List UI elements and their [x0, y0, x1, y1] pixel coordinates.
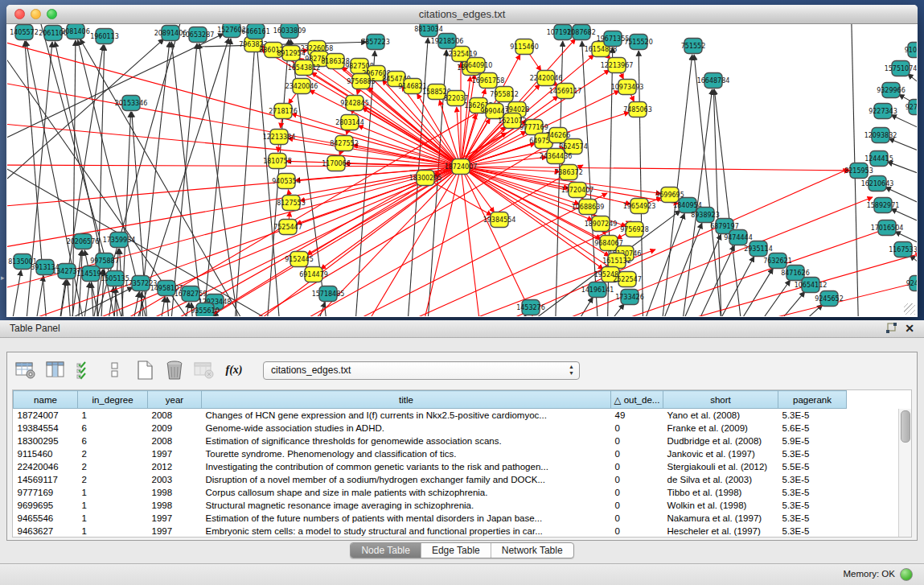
table-cell[interactable]: 14569117	[14, 473, 78, 486]
table-row[interactable]: 977716911998Corpus callosum shape and si…	[14, 486, 847, 499]
function-builder-button[interactable]: f(x)	[224, 360, 244, 381]
graph-node[interactable]: 19654923	[623, 199, 656, 214]
table-cell[interactable]: 0	[611, 512, 663, 525]
table-cell[interactable]: Estimation of significance thresholds fo…	[202, 435, 611, 447]
tab-edge-table[interactable]: Edge Table	[421, 543, 491, 558]
table-cell[interactable]: Estimation of the future numbers of pati…	[202, 512, 611, 525]
graph-node[interactable]: 10688639	[572, 200, 605, 215]
graph-node[interactable]: 15751074	[885, 61, 917, 76]
table-row[interactable]: 946362711997Embryonic stem cells: a mode…	[14, 525, 847, 538]
table-cell[interactable]: 6	[78, 422, 148, 435]
delete-column-button[interactable]	[164, 360, 185, 381]
resize-grip-icon[interactable]	[904, 303, 915, 315]
graph-node[interactable]: 15718485	[312, 286, 345, 302]
table-cell[interactable]: Disruption of a novel member of a sodium…	[202, 473, 611, 486]
graph-node[interactable]: 14196141	[581, 282, 614, 298]
table-cell[interactable]: 5.3E-5	[778, 499, 847, 512]
table-cell[interactable]: 1	[78, 409, 148, 422]
table-cell[interactable]: 2012	[148, 460, 202, 473]
column-header-pagerank[interactable]: pagerank	[778, 391, 847, 409]
table-cell[interactable]: Dudbridge et al. (2008)	[663, 435, 778, 447]
table-cell[interactable]: Tibbo et al. (1998)	[663, 486, 778, 499]
table-cell[interactable]: 0	[611, 447, 663, 460]
table-row[interactable]: 1830029562008Estimation of significance …	[14, 435, 847, 447]
scrollbar-thumb[interactable]	[901, 410, 910, 443]
table-cell[interactable]: 5.3E-5	[778, 525, 847, 538]
table-cell[interactable]: 1	[78, 499, 148, 512]
table-cell[interactable]: 9115460	[14, 447, 78, 460]
table-cell[interactable]: 0	[611, 460, 663, 473]
graph-node[interactable]: 12093832	[864, 128, 897, 143]
graph-node[interactable]: 2081406	[61, 24, 90, 39]
column-header-title[interactable]: title	[202, 391, 611, 409]
table-cell[interactable]: 1997	[148, 447, 202, 460]
graph-node[interactable]: 1170066	[322, 156, 351, 171]
graph-node[interactable]: 1453276	[516, 300, 545, 315]
table-cell[interactable]: 5.5E-5	[778, 460, 847, 473]
graph-node[interactable]: 7857223	[361, 35, 390, 50]
table-cell[interactable]: 9777169	[14, 486, 78, 499]
graph-node[interactable]: 22420046	[530, 71, 563, 86]
graph-node[interactable]: 9227343	[869, 104, 897, 119]
table-cell[interactable]: Stergiakouli et al. (2012)	[663, 460, 778, 473]
table-cell[interactable]: 49	[611, 409, 663, 422]
zoom-window-button[interactable]	[47, 9, 57, 19]
table-cell[interactable]: Jankovic et al. (1997)	[663, 447, 778, 460]
float-panel-icon[interactable]	[885, 323, 897, 334]
graph-node[interactable]: 18907249	[585, 216, 618, 232]
table-cell[interactable]: Nakamura et al. (1997)	[663, 512, 778, 525]
graph-node[interactable]: 1167533	[889, 242, 917, 257]
table-cell[interactable]: 2008	[148, 435, 202, 447]
table-cell[interactable]: 5.6E-5	[778, 422, 847, 435]
graph-node[interactable]: 1960113	[90, 29, 119, 44]
graph-node[interactable]: 7955812	[490, 87, 519, 102]
panel-collapse-arrow[interactable]: ▸	[1, 274, 5, 282]
network-canvas[interactable]: 1872400779638228860128891295423226058982…	[7, 24, 917, 316]
table-cell[interactable]: 0	[611, 486, 663, 499]
graph-node[interactable]: 12213967	[601, 58, 634, 73]
column-header-in_degree[interactable]: in_degree	[78, 391, 148, 409]
table-cell[interactable]: 1997	[148, 525, 202, 538]
table-cell[interactable]: 1	[78, 512, 148, 525]
table-cell[interactable]: Changes of HCN gene expression and I(f) …	[202, 409, 611, 422]
table-cell[interactable]: Corpus callosum shape and size in male p…	[202, 486, 611, 499]
table-cell[interactable]: Tourette syndrome. Phenomenology and cla…	[202, 447, 611, 460]
table-cell[interactable]: Yano et al. (2008)	[663, 409, 778, 422]
unselect-all-columns-button[interactable]	[105, 360, 125, 381]
table-cell[interactable]: 1998	[148, 499, 202, 512]
graph-node[interactable]: 9245652	[815, 291, 844, 307]
select-all-columns-button[interactable]	[75, 360, 96, 381]
table-row[interactable]: 1872400712008Changes of HCN gene express…	[14, 409, 847, 422]
network-window-titlebar[interactable]: citations_edges.txt	[6, 5, 918, 24]
table-cell[interactable]: Embryonic stem cells: a model to study s…	[202, 525, 611, 538]
table-cell[interactable]: 2	[78, 447, 148, 460]
graph-node[interactable]: 16648784	[697, 73, 730, 89]
table-selector-dropdown[interactable]: citations_edges.txt ▲▼	[263, 361, 580, 380]
table-cell[interactable]: 0	[611, 525, 663, 538]
table-row[interactable]: 1456911722003Disruption of a novel membe…	[14, 473, 847, 486]
table-row[interactable]: 2242004622012Investigating the contribut…	[14, 460, 847, 473]
graph-node[interactable]: 1405572	[10, 25, 39, 40]
graph-node[interactable]: 6914479	[299, 267, 328, 282]
close-panel-icon[interactable]: ✕	[905, 322, 914, 335]
table-cell[interactable]: 9699695	[14, 499, 78, 512]
column-header-short[interactable]: short	[663, 391, 778, 409]
table-cell[interactable]: 0	[611, 473, 663, 486]
graph-node[interactable]: 7485063	[623, 102, 652, 117]
table-cell[interactable]: 6	[78, 435, 148, 447]
table-cell[interactable]: 2	[78, 473, 148, 486]
graph-node[interactable]: 7525447	[273, 220, 302, 235]
tab-network-table[interactable]: Network Table	[491, 543, 573, 558]
graph-node[interactable]: 9405354	[272, 174, 301, 189]
graph-node[interactable]: 2935114	[744, 241, 773, 257]
table-cell[interactable]: 1998	[148, 486, 202, 499]
table-cell[interactable]: Hescheler et al. (1997)	[663, 525, 778, 538]
table-row[interactable]: 969969511998Structural magnetic resonanc…	[14, 499, 847, 512]
table-cell[interactable]: 2008	[148, 409, 202, 422]
table-cell[interactable]: Investigating the contribution of common…	[202, 460, 611, 473]
graph-node[interactable]: 8127553	[277, 196, 306, 211]
table-cell[interactable]: 18300295	[14, 435, 78, 447]
tab-node-table[interactable]: Node Table	[351, 543, 421, 558]
graph-node[interactable]: 17359934	[103, 233, 136, 248]
table-cell[interactable]: Structural magnetic resonance image aver…	[202, 499, 611, 512]
